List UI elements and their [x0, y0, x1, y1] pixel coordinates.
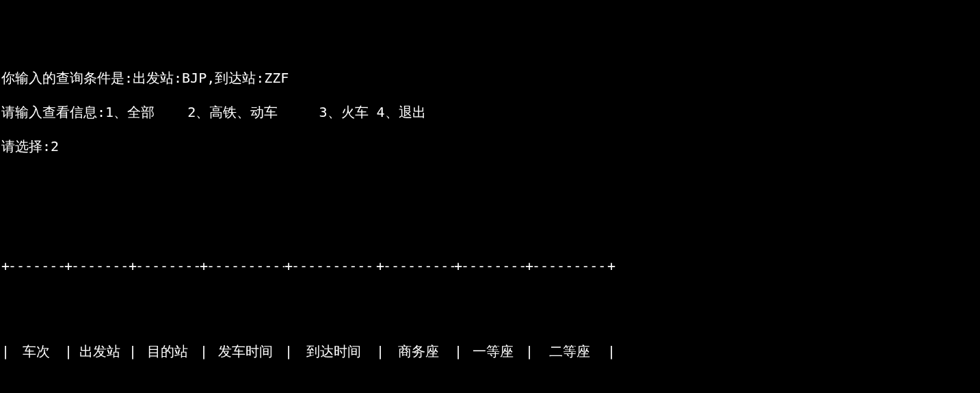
- pipe-icon: |: [454, 343, 461, 360]
- corner-icon: +: [284, 258, 291, 275]
- user-choice-line: 请选择:2: [1, 138, 979, 155]
- header-business-seat: 商务座: [383, 343, 454, 360]
- header-dest-station: 目的站: [135, 343, 200, 360]
- header-arrive-time: 到达时间: [291, 343, 376, 360]
- pipe-icon: |: [64, 343, 71, 360]
- table-border-top: + -------- + -------- + --------- + ----…: [1, 258, 979, 275]
- corner-icon: +: [64, 258, 71, 275]
- corner-icon: +: [454, 258, 461, 275]
- header-depart-station: 出发站: [71, 343, 129, 360]
- pipe-icon: |: [129, 343, 135, 360]
- pipe-icon: |: [376, 343, 383, 360]
- corner-icon: +: [376, 258, 383, 275]
- pipe-icon: |: [525, 343, 532, 360]
- query-condition-line: 你输入的查询条件是:出发站:BJP,到达站:ZZF: [1, 70, 979, 87]
- train-schedule-table: + -------- + -------- + --------- + ----…: [1, 189, 979, 393]
- corner-icon: +: [1, 258, 8, 275]
- header-train: 车次: [8, 343, 64, 360]
- pipe-icon: |: [1, 343, 8, 360]
- pipe-icon: |: [607, 343, 614, 360]
- menu-options-line: 请输入查看信息:1、全部 2、高铁、动车 3、火车 4、退出: [1, 104, 979, 121]
- corner-icon: +: [525, 258, 532, 275]
- corner-icon: +: [607, 258, 614, 275]
- header-second-seat: 二等座: [532, 343, 607, 360]
- pipe-icon: |: [200, 343, 207, 360]
- pipe-icon: |: [284, 343, 291, 360]
- corner-icon: +: [200, 258, 207, 275]
- header-depart-time: 发车时间: [207, 343, 284, 360]
- corner-icon: +: [129, 258, 135, 275]
- header-first-seat: 一等座: [461, 343, 525, 360]
- table-header-row: | 车次 | 出发站 | 目的站 | 发车时间 | 到达时间 | 商务座 | 一…: [1, 343, 979, 360]
